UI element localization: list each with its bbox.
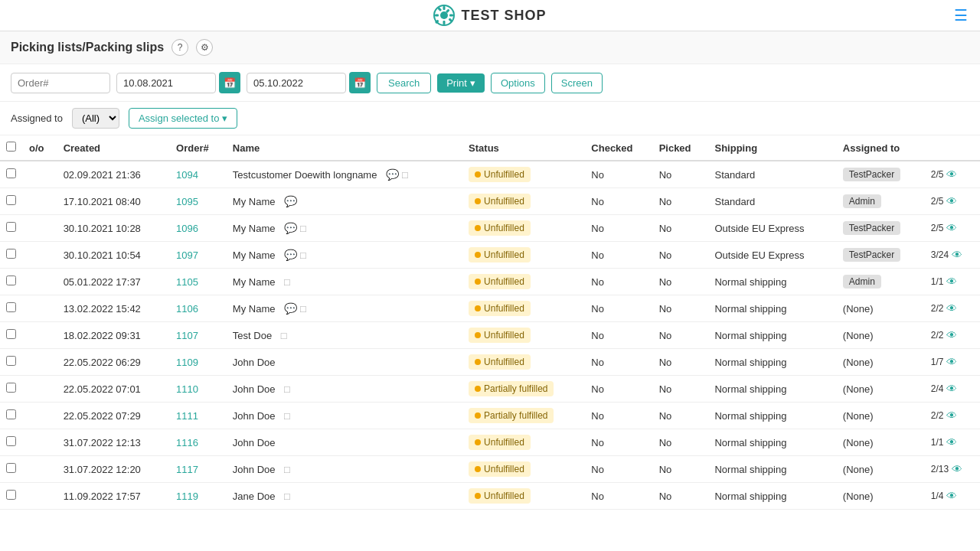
row-created: 22.05.2022 07:29 — [57, 403, 170, 429]
message-icon[interactable]: 💬 — [386, 168, 399, 181]
eye-icon[interactable]: 👁 — [946, 356, 957, 368]
assign-dropdown-arrow: ▾ — [222, 112, 227, 124]
help-button[interactable]: ? — [172, 39, 188, 56]
copy-icon[interactable]: □ — [281, 330, 287, 341]
date-from-input[interactable] — [116, 73, 216, 93]
date-to-calendar-button[interactable]: 📅 — [349, 72, 371, 93]
eye-icon[interactable]: 👁 — [952, 463, 962, 475]
row-shipping: Normal shipping — [708, 376, 836, 403]
row-created: 31.07.2022 12:13 — [57, 429, 170, 456]
eye-icon[interactable]: 👁 — [946, 168, 957, 181]
message-icon[interactable]: 💬 — [284, 302, 297, 315]
row-checkbox[interactable] — [6, 276, 16, 285]
copy-icon[interactable]: □ — [284, 464, 290, 475]
row-status: Unfulfilled — [462, 269, 585, 295]
row-order[interactable]: 1094 — [170, 161, 227, 188]
row-order[interactable]: 1110 — [170, 376, 227, 403]
row-order[interactable]: 1095 — [170, 188, 227, 215]
date-from-calendar-button[interactable]: 📅 — [219, 72, 240, 93]
copy-icon[interactable]: □ — [284, 276, 290, 288]
row-order[interactable]: 1106 — [170, 295, 227, 322]
row-order[interactable]: 1116 — [170, 429, 227, 456]
logo-icon — [433, 5, 455, 26]
row-checkbox[interactable] — [6, 383, 16, 393]
eye-icon[interactable]: 👁 — [946, 302, 957, 315]
row-order[interactable]: 1096 — [170, 215, 227, 242]
status-badge: Unfulfilled — [469, 461, 531, 477]
row-order[interactable]: 1097 — [170, 242, 227, 269]
row-checkbox[interactable] — [6, 302, 16, 312]
copy-icon[interactable]: □ — [300, 303, 306, 315]
order-search-input[interactable] — [11, 73, 110, 93]
copy-icon[interactable]: □ — [300, 249, 306, 261]
eye-icon[interactable]: 👁 — [946, 409, 957, 422]
row-checkbox[interactable] — [6, 356, 16, 366]
table-row: 11.09.2022 17:571119Jane Doe □Unfulfille… — [0, 483, 980, 510]
row-checkbox[interactable] — [6, 222, 16, 232]
col-checked: Checked — [585, 135, 652, 161]
eye-icon[interactable]: 👁 — [946, 490, 957, 502]
print-button[interactable]: Print ▾ — [437, 73, 485, 93]
eye-icon[interactable]: 👁 — [946, 329, 957, 341]
row-picked: No — [653, 456, 709, 483]
row-name-cell: Jane Doe □ — [227, 483, 462, 510]
row-order[interactable]: 1111 — [170, 403, 227, 429]
table-row: 18.02.2022 09:311107Test Doe □Unfulfille… — [0, 322, 980, 349]
print-dropdown-arrow: ▾ — [470, 77, 475, 89]
row-picked: No — [653, 242, 709, 269]
row-checkbox[interactable] — [6, 436, 16, 446]
row-checkbox[interactable] — [6, 195, 16, 205]
table-row: 31.07.2022 12:131116John Doe Unfulfilled… — [0, 429, 980, 456]
row-checkbox[interactable] — [6, 168, 16, 178]
status-dot — [475, 279, 481, 285]
row-picked: No — [653, 322, 709, 349]
row-checkbox[interactable] — [6, 329, 16, 339]
status-badge: Unfulfilled — [469, 247, 531, 262]
row-order[interactable]: 1105 — [170, 269, 227, 295]
hamburger-menu[interactable]: ☰ — [954, 6, 968, 24]
row-checkbox[interactable] — [6, 409, 16, 419]
row-order[interactable]: 1119 — [170, 483, 227, 510]
row-shipping: Normal shipping — [708, 483, 836, 510]
row-assigned: (None) — [837, 376, 925, 403]
row-status: Unfulfilled — [462, 161, 585, 188]
row-name: My Name — [233, 196, 276, 207]
eye-icon[interactable]: 👁 — [946, 195, 957, 207]
count-value: 2/13 — [931, 464, 949, 474]
copy-icon[interactable]: □ — [402, 169, 408, 181]
assign-selected-button[interactable]: Assign selected to ▾ — [129, 108, 238, 129]
eye-icon[interactable]: 👁 — [946, 436, 957, 448]
message-icon[interactable]: 💬 — [284, 249, 297, 261]
row-status: Unfulfilled — [462, 349, 585, 376]
row-status: Unfulfilled — [462, 295, 585, 322]
search-button[interactable]: Search — [377, 73, 431, 93]
row-checkbox[interactable] — [6, 490, 16, 500]
eye-icon[interactable]: 👁 — [946, 222, 957, 234]
row-order[interactable]: 1109 — [170, 349, 227, 376]
options-button[interactable]: Options — [491, 73, 545, 93]
row-oo — [23, 349, 57, 376]
select-all-checkbox[interactable] — [6, 142, 16, 152]
date-to-input[interactable] — [247, 73, 346, 93]
row-picked: No — [653, 188, 709, 215]
row-name-cell: My Name 💬 — [227, 188, 462, 215]
copy-icon[interactable]: □ — [284, 491, 290, 502]
message-icon[interactable]: 💬 — [284, 195, 297, 207]
copy-icon[interactable]: □ — [284, 410, 290, 422]
row-order[interactable]: 1107 — [170, 322, 227, 349]
eye-icon[interactable]: 👁 — [952, 249, 962, 261]
row-checkbox[interactable] — [6, 249, 16, 259]
copy-icon[interactable]: □ — [284, 383, 290, 395]
eye-icon[interactable]: 👁 — [946, 383, 957, 395]
count-value: 2/2 — [931, 330, 944, 341]
settings-button[interactable]: ⚙ — [196, 39, 213, 56]
copy-icon[interactable]: □ — [300, 223, 306, 234]
row-status: Partially fulfilled — [462, 403, 585, 429]
assigned-to-select[interactable]: (All) — [72, 108, 119, 129]
row-checkbox[interactable] — [6, 463, 16, 473]
message-icon[interactable]: 💬 — [284, 222, 297, 234]
status-badge: Unfulfilled — [469, 328, 531, 343]
eye-icon[interactable]: 👁 — [946, 276, 957, 288]
screen-button[interactable]: Screen — [551, 73, 603, 93]
row-order[interactable]: 1117 — [170, 456, 227, 483]
